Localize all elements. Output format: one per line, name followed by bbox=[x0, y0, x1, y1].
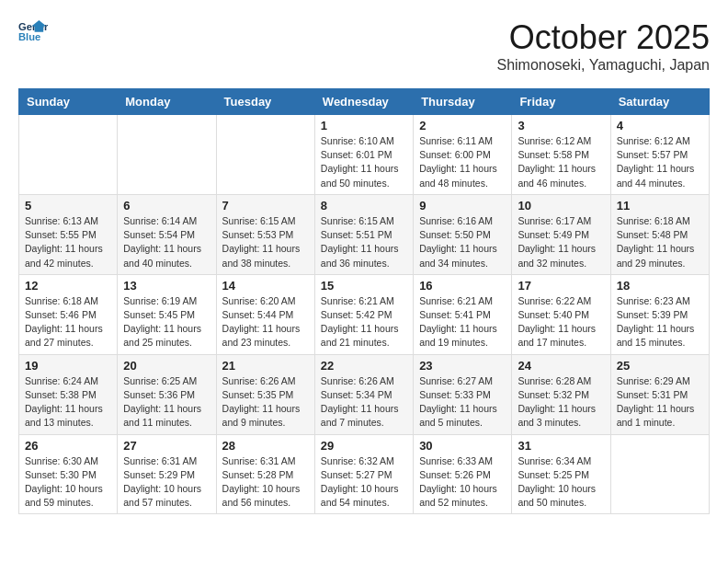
day-info: Sunrise: 6:24 AM Sunset: 5:38 PM Dayligh… bbox=[25, 374, 111, 431]
day-number: 28 bbox=[222, 439, 309, 453]
day-info: Sunrise: 6:15 AM Sunset: 5:53 PM Dayligh… bbox=[222, 214, 309, 270]
day-number: 17 bbox=[518, 279, 604, 293]
day-info: Sunrise: 6:21 AM Sunset: 5:41 PM Dayligh… bbox=[419, 294, 506, 350]
svg-text:Blue: Blue bbox=[18, 31, 40, 42]
title-block: October 2025 Shimonoseki, Yamaguchi, Jap… bbox=[496, 18, 710, 74]
calendar-cell: 31Sunrise: 6:34 AM Sunset: 5:25 PM Dayli… bbox=[512, 434, 610, 514]
day-info: Sunrise: 6:30 AM Sunset: 5:30 PM Dayligh… bbox=[25, 454, 111, 511]
day-number: 4 bbox=[617, 119, 703, 132]
day-info: Sunrise: 6:12 AM Sunset: 5:58 PM Dayligh… bbox=[518, 134, 604, 190]
day-info: Sunrise: 6:16 AM Sunset: 5:50 PM Dayligh… bbox=[419, 214, 506, 270]
calendar-cell: 25Sunrise: 6:29 AM Sunset: 5:31 PM Dayli… bbox=[610, 354, 709, 434]
day-number: 2 bbox=[419, 119, 506, 132]
calendar-cell: 26Sunrise: 6:30 AM Sunset: 5:30 PM Dayli… bbox=[19, 434, 118, 514]
logo: General Blue General Blue bbox=[18, 18, 48, 44]
day-number: 12 bbox=[25, 279, 111, 293]
calendar-cell: 2Sunrise: 6:11 AM Sunset: 6:00 PM Daylig… bbox=[414, 115, 512, 195]
day-info: Sunrise: 6:21 AM Sunset: 5:42 PM Dayligh… bbox=[321, 294, 407, 350]
calendar-cell: 11Sunrise: 6:18 AM Sunset: 5:48 PM Dayli… bbox=[610, 194, 709, 274]
calendar-cell: 9Sunrise: 6:16 AM Sunset: 5:50 PM Daylig… bbox=[414, 194, 512, 274]
calendar-week-5: 26Sunrise: 6:30 AM Sunset: 5:30 PM Dayli… bbox=[19, 434, 710, 514]
calendar-cell bbox=[19, 115, 118, 195]
day-info: Sunrise: 6:14 AM Sunset: 5:54 PM Dayligh… bbox=[123, 214, 210, 270]
calendar-cell: 21Sunrise: 6:26 AM Sunset: 5:35 PM Dayli… bbox=[216, 354, 314, 434]
calendar-cell: 27Sunrise: 6:31 AM Sunset: 5:29 PM Dayli… bbox=[118, 434, 216, 514]
calendar-cell: 29Sunrise: 6:32 AM Sunset: 5:27 PM Dayli… bbox=[314, 434, 413, 514]
month-title: October 2025 bbox=[496, 18, 710, 57]
calendar-cell: 20Sunrise: 6:25 AM Sunset: 5:36 PM Dayli… bbox=[118, 354, 216, 434]
weekday-header-wednesday: Wednesday bbox=[314, 89, 413, 115]
day-number: 24 bbox=[518, 359, 604, 373]
day-info: Sunrise: 6:31 AM Sunset: 5:28 PM Dayligh… bbox=[222, 454, 309, 511]
calendar-cell: 15Sunrise: 6:21 AM Sunset: 5:42 PM Dayli… bbox=[314, 274, 413, 354]
calendar-cell: 18Sunrise: 6:23 AM Sunset: 5:39 PM Dayli… bbox=[610, 274, 709, 354]
day-info: Sunrise: 6:22 AM Sunset: 5:40 PM Dayligh… bbox=[518, 294, 604, 350]
calendar-cell: 23Sunrise: 6:27 AM Sunset: 5:33 PM Dayli… bbox=[414, 354, 512, 434]
day-number: 18 bbox=[617, 279, 703, 293]
calendar-table: SundayMondayTuesdayWednesdayThursdayFrid… bbox=[18, 88, 710, 514]
calendar-cell: 12Sunrise: 6:18 AM Sunset: 5:46 PM Dayli… bbox=[19, 274, 118, 354]
day-number: 26 bbox=[25, 439, 111, 453]
day-number: 21 bbox=[222, 359, 309, 373]
calendar-cell: 5Sunrise: 6:13 AM Sunset: 5:55 PM Daylig… bbox=[19, 194, 118, 274]
day-info: Sunrise: 6:28 AM Sunset: 5:32 PM Dayligh… bbox=[518, 374, 604, 431]
day-number: 14 bbox=[222, 279, 309, 293]
day-info: Sunrise: 6:13 AM Sunset: 5:55 PM Dayligh… bbox=[25, 214, 111, 270]
calendar-cell bbox=[118, 115, 216, 195]
day-info: Sunrise: 6:27 AM Sunset: 5:33 PM Dayligh… bbox=[419, 374, 506, 431]
calendar-cell: 13Sunrise: 6:19 AM Sunset: 5:45 PM Dayli… bbox=[118, 274, 216, 354]
day-info: Sunrise: 6:18 AM Sunset: 5:48 PM Dayligh… bbox=[617, 214, 703, 270]
calendar-week-2: 5Sunrise: 6:13 AM Sunset: 5:55 PM Daylig… bbox=[19, 194, 710, 274]
day-number: 3 bbox=[518, 119, 604, 132]
day-info: Sunrise: 6:29 AM Sunset: 5:31 PM Dayligh… bbox=[617, 374, 703, 431]
weekday-header-row: SundayMondayTuesdayWednesdayThursdayFrid… bbox=[19, 89, 710, 115]
day-info: Sunrise: 6:34 AM Sunset: 5:25 PM Dayligh… bbox=[518, 454, 604, 511]
day-info: Sunrise: 6:23 AM Sunset: 5:39 PM Dayligh… bbox=[617, 294, 703, 350]
calendar-cell: 7Sunrise: 6:15 AM Sunset: 5:53 PM Daylig… bbox=[216, 194, 314, 274]
logo-icon: General Blue bbox=[18, 18, 48, 44]
day-number: 31 bbox=[518, 439, 604, 453]
day-info: Sunrise: 6:20 AM Sunset: 5:44 PM Dayligh… bbox=[222, 294, 309, 350]
weekday-header-thursday: Thursday bbox=[414, 89, 512, 115]
calendar-cell: 8Sunrise: 6:15 AM Sunset: 5:51 PM Daylig… bbox=[314, 194, 413, 274]
day-info: Sunrise: 6:12 AM Sunset: 5:57 PM Dayligh… bbox=[617, 134, 703, 190]
day-info: Sunrise: 6:15 AM Sunset: 5:51 PM Dayligh… bbox=[321, 214, 407, 270]
day-number: 10 bbox=[518, 199, 604, 213]
day-info: Sunrise: 6:31 AM Sunset: 5:29 PM Dayligh… bbox=[123, 454, 210, 511]
day-info: Sunrise: 6:18 AM Sunset: 5:46 PM Dayligh… bbox=[25, 294, 111, 350]
day-number: 19 bbox=[25, 359, 111, 373]
day-number: 13 bbox=[123, 279, 210, 293]
calendar-week-4: 19Sunrise: 6:24 AM Sunset: 5:38 PM Dayli… bbox=[19, 354, 710, 434]
calendar-cell bbox=[216, 115, 314, 195]
day-info: Sunrise: 6:10 AM Sunset: 6:01 PM Dayligh… bbox=[321, 134, 407, 190]
calendar-cell: 4Sunrise: 6:12 AM Sunset: 5:57 PM Daylig… bbox=[610, 115, 709, 195]
calendar-cell: 22Sunrise: 6:26 AM Sunset: 5:34 PM Dayli… bbox=[314, 354, 413, 434]
day-number: 29 bbox=[321, 439, 407, 453]
page-header: General Blue General Blue October 2025 S… bbox=[18, 18, 710, 74]
calendar-cell: 28Sunrise: 6:31 AM Sunset: 5:28 PM Dayli… bbox=[216, 434, 314, 514]
day-number: 25 bbox=[617, 359, 703, 373]
day-info: Sunrise: 6:17 AM Sunset: 5:49 PM Dayligh… bbox=[518, 214, 604, 270]
calendar-cell: 3Sunrise: 6:12 AM Sunset: 5:58 PM Daylig… bbox=[512, 115, 610, 195]
day-number: 8 bbox=[321, 199, 407, 213]
weekday-header-monday: Monday bbox=[118, 89, 216, 115]
day-info: Sunrise: 6:33 AM Sunset: 5:26 PM Dayligh… bbox=[419, 454, 506, 511]
day-info: Sunrise: 6:19 AM Sunset: 5:45 PM Dayligh… bbox=[123, 294, 210, 350]
day-number: 16 bbox=[419, 279, 506, 293]
day-number: 22 bbox=[321, 359, 407, 373]
day-number: 6 bbox=[123, 199, 210, 213]
calendar-cell: 17Sunrise: 6:22 AM Sunset: 5:40 PM Dayli… bbox=[512, 274, 610, 354]
calendar-cell: 19Sunrise: 6:24 AM Sunset: 5:38 PM Dayli… bbox=[19, 354, 118, 434]
day-info: Sunrise: 6:26 AM Sunset: 5:34 PM Dayligh… bbox=[321, 374, 407, 431]
day-number: 9 bbox=[419, 199, 506, 213]
calendar-cell: 24Sunrise: 6:28 AM Sunset: 5:32 PM Dayli… bbox=[512, 354, 610, 434]
calendar-week-1: 1Sunrise: 6:10 AM Sunset: 6:01 PM Daylig… bbox=[19, 115, 710, 195]
calendar-cell bbox=[610, 434, 709, 514]
day-number: 30 bbox=[419, 439, 506, 453]
calendar-cell: 30Sunrise: 6:33 AM Sunset: 5:26 PM Dayli… bbox=[414, 434, 512, 514]
day-number: 7 bbox=[222, 199, 309, 213]
day-info: Sunrise: 6:25 AM Sunset: 5:36 PM Dayligh… bbox=[123, 374, 210, 431]
weekday-header-sunday: Sunday bbox=[19, 89, 118, 115]
day-number: 20 bbox=[123, 359, 210, 373]
calendar-cell: 16Sunrise: 6:21 AM Sunset: 5:41 PM Dayli… bbox=[414, 274, 512, 354]
